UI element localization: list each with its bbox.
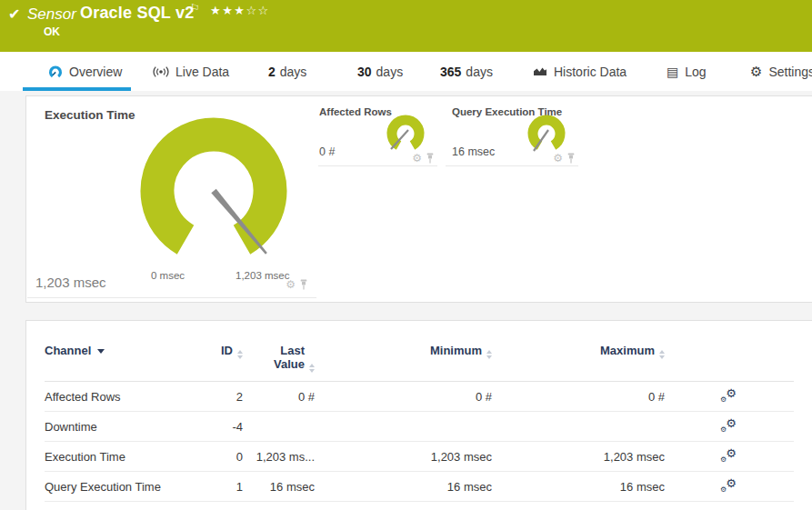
sensor-title: Oracle SQL v2: [80, 4, 194, 23]
area-chart-icon: [533, 65, 547, 77]
table-row[interactable]: Downtime -4 ⚙⚙: [45, 412, 794, 442]
broadcast-icon: [153, 65, 169, 78]
tab-settings[interactable]: ⚙ Settings: [750, 52, 812, 91]
status-badge: OK: [44, 25, 60, 38]
gears-icon: ⚙: [720, 455, 727, 464]
channel-name: Execution Time: [45, 450, 190, 464]
channel-maximum: 16 msec: [492, 480, 665, 494]
tab-30-days[interactable]: 30 days: [357, 52, 403, 91]
tab-historic-data[interactable]: Historic Data: [533, 52, 627, 91]
gauge-settings-button[interactable]: ⚙: [412, 153, 422, 164]
channel-table: Channel ID Last Value Minimum Maximum Af…: [45, 344, 794, 502]
gauge-tile-query-execution-time: Query Execution Time 16 msec ⚙: [446, 100, 578, 166]
pin-icon[interactable]: [426, 153, 435, 164]
channel-minimum: 16 msec: [315, 480, 492, 494]
column-header-maximum[interactable]: Maximum: [492, 344, 665, 359]
gears-icon: ⚙: [720, 485, 727, 494]
gauge-value: 0 #: [319, 145, 335, 158]
channel-maximum: 1,203 msec: [492, 450, 665, 464]
channel-id: 2: [190, 390, 243, 404]
priority-stars[interactable]: ★★★☆☆: [210, 4, 270, 17]
sensor-kind-label: Sensor: [27, 5, 76, 24]
channel-id: 0: [190, 450, 243, 464]
column-header-id[interactable]: ID: [190, 344, 243, 359]
channel-settings-button[interactable]: ⚙⚙: [720, 478, 737, 493]
tab-bar: Overview Live Data 2 days 30 days 365 da…: [0, 52, 812, 91]
channel-minimum: 1,203 msec: [315, 450, 492, 464]
tab-log[interactable]: ▤ Log: [667, 52, 707, 91]
gauge-title: Affected Rows: [319, 106, 392, 117]
execution-time-gauge: [132, 107, 296, 289]
channel-table-panel: Channel ID Last Value Minimum Maximum Af…: [25, 320, 812, 510]
column-label: Maximum: [600, 344, 655, 357]
column-label: Channel: [45, 344, 91, 357]
gauge-scale-max: 1,203 msec: [236, 270, 289, 281]
tab-365-days[interactable]: 365 days: [440, 52, 493, 91]
tab-number: 2: [268, 65, 276, 79]
column-header-channel[interactable]: Channel: [45, 344, 190, 357]
tab-label: Historic Data: [554, 65, 627, 79]
tab-2-days[interactable]: 2 days: [268, 52, 306, 91]
gears-icon: ⚙: [726, 446, 737, 460]
channel-id: 1: [190, 480, 243, 494]
tab-label: Settings: [768, 65, 812, 79]
channel-settings-button[interactable]: ⚙⚙: [720, 418, 737, 433]
tab-label: Live Data: [175, 65, 229, 79]
tab-label: days: [376, 65, 404, 79]
gears-icon: ⚙: [720, 425, 727, 434]
channel-name: Affected Rows: [45, 390, 190, 404]
table-header-row: Channel ID Last Value Minimum Maximum: [45, 344, 794, 382]
gauges-panel: Execution Time 0 msec 1,203 msec 1,203 m…: [25, 95, 812, 303]
gauge-settings-button[interactable]: ⚙: [286, 279, 296, 290]
prtg-sensor-page: ✔ Sensor Oracle SQL v2 ⚐ ★★★☆☆ OK Overvi…: [0, 0, 812, 510]
column-label: ID: [221, 344, 233, 357]
gauge-tile-execution-time: Execution Time 0 msec 1,203 msec 1,203 m…: [27, 96, 316, 298]
table-row[interactable]: Execution Time 0 1,203 ms... 1,203 msec …: [45, 442, 794, 472]
gauge-icon: [48, 65, 63, 78]
stars-filled: ★★★: [210, 4, 246, 17]
stars-empty: ☆☆: [246, 4, 269, 17]
log-icon: ▤: [667, 65, 678, 78]
channel-last-value: 1,203 ms...: [243, 450, 315, 464]
channel-name: Downtime: [45, 420, 190, 434]
channel-name: Query Execution Time: [45, 480, 190, 494]
gauge-value: 1,203 msec: [35, 275, 106, 290]
tab-live-data[interactable]: Live Data: [153, 52, 229, 91]
gauge-tile-affected-rows: Affected Rows 0 # ⚙: [318, 100, 437, 166]
gears-icon: ⚙: [720, 395, 727, 404]
column-label: Minimum: [430, 344, 482, 357]
channel-settings-button[interactable]: ⚙⚙: [720, 388, 737, 403]
tab-number: 365: [440, 65, 461, 79]
channel-id: -4: [190, 420, 243, 434]
column-label: Last Value: [265, 344, 305, 371]
channel-last-value: 0 #: [243, 390, 315, 404]
gears-icon: ⚙: [726, 386, 737, 400]
tab-label: days: [466, 65, 493, 79]
gauge-settings-button[interactable]: ⚙: [553, 153, 563, 164]
pin-icon[interactable]: [299, 279, 308, 290]
gears-icon: ⚙: [726, 416, 737, 430]
channel-last-value: 16 msec: [243, 480, 315, 494]
tab-overview[interactable]: Overview: [48, 52, 122, 91]
table-row[interactable]: Query Execution Time 1 16 msec 16 msec 1…: [45, 472, 794, 502]
ok-check-icon: ✔: [8, 5, 20, 23]
gears-icon: ⚙: [726, 476, 737, 490]
gauge-title: Execution Time: [45, 108, 135, 122]
tab-label: days: [280, 65, 307, 79]
flag-icon[interactable]: ⚐: [190, 2, 200, 15]
pin-icon[interactable]: [566, 153, 576, 164]
gauge-value: 16 msec: [452, 145, 495, 158]
channel-minimum: 0 #: [315, 390, 492, 404]
tab-label: Overview: [69, 65, 122, 79]
channel-settings-button[interactable]: ⚙⚙: [720, 448, 737, 463]
column-header-minimum[interactable]: Minimum: [315, 344, 492, 359]
gear-icon: ⚙: [750, 65, 762, 78]
sensor-header: ✔ Sensor Oracle SQL v2 ⚐ ★★★☆☆ OK: [0, 0, 812, 52]
sort-icon: [659, 350, 665, 359]
tab-label: Log: [685, 65, 706, 79]
column-header-last-value[interactable]: Last Value: [243, 344, 315, 373]
sort-icon: [309, 364, 315, 373]
tab-number: 30: [357, 65, 372, 79]
channel-maximum: 0 #: [492, 390, 665, 404]
table-row[interactable]: Affected Rows 2 0 # 0 # 0 # ⚙⚙: [45, 382, 794, 412]
